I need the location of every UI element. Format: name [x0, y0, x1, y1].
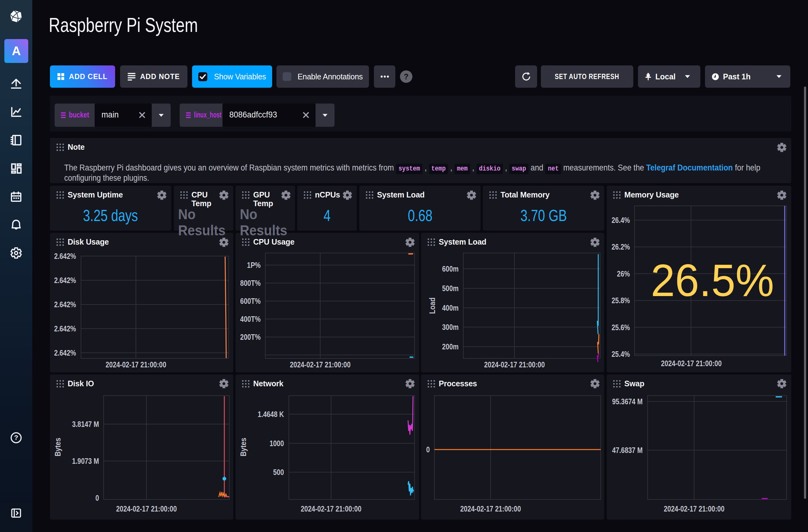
svg-text:?: ?	[14, 434, 18, 441]
